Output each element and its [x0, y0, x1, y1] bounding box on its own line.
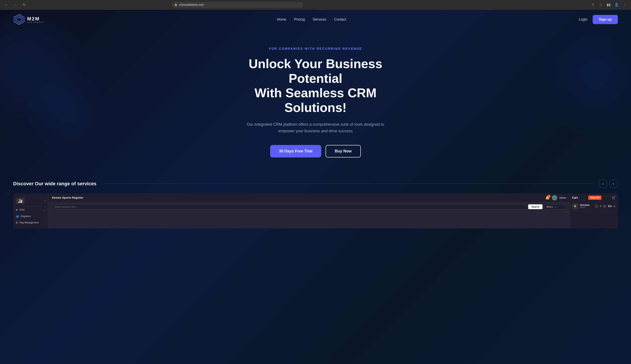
- logo-text-block: M2M SOFTWARES: [27, 16, 44, 23]
- services-prev-button[interactable]: ‹: [598, 179, 607, 188]
- logo-sub: SOFTWARES: [27, 21, 44, 23]
- app-preview: 🏂 ‹ ⊞ POS ⌄ 👥 Registers: [13, 194, 618, 228]
- cart-icon: 🛒: [612, 196, 616, 199]
- browser-chrome: ← → ↻ 🔒 m2msoftwares.com ⇧ ☆ ▮▮ 👤 ⋮: [0, 0, 631, 10]
- cart-clear-button[interactable]: Clear All: [588, 196, 601, 200]
- cart-item-sub: Beers: [580, 206, 593, 208]
- sidebar-collapse-icon[interactable]: ‹: [45, 199, 45, 202]
- hero-section: FOR COMPANIES WITH RECURRING REVENUE Unl…: [217, 29, 414, 170]
- logo-brand: M2M: [27, 16, 44, 22]
- page: M2M SOFTWARES Home Pricing Services Cont…: [0, 10, 631, 364]
- cart-title: Cart: [572, 196, 578, 199]
- pos-label: POS: [20, 208, 25, 211]
- nav-right: Login Sign up: [579, 15, 618, 24]
- notification-badge: 1: [547, 195, 550, 198]
- app-topbar-right: 🔔 1 👤 Admin: [545, 195, 566, 200]
- cart-item-image: 🍺: [572, 203, 578, 210]
- services-divider: [101, 184, 594, 184]
- dropdown-chevron-icon: ⌄: [555, 206, 557, 208]
- login-link[interactable]: Login: [579, 18, 587, 22]
- services-next-button[interactable]: ›: [609, 179, 618, 188]
- signup-button[interactable]: Sign up: [593, 15, 618, 24]
- cart-item-price: $14: [608, 205, 612, 208]
- buy-now-button[interactable]: Buy Now: [326, 145, 361, 158]
- app-logo-img: 🏂: [16, 198, 25, 204]
- lock-icon: 🔒: [174, 3, 178, 6]
- hero-title-line2: With Seamless CRM Solutions!: [254, 86, 376, 114]
- trial-button[interactable]: 30 Days Free Trial: [270, 145, 321, 158]
- quantity-decrease-button[interactable]: −: [595, 204, 598, 208]
- decorative-blob-1: [0, 22, 66, 110]
- share-button[interactable]: ⇧: [590, 2, 596, 8]
- category-dropdown[interactable]: Beers ⌄: [544, 204, 566, 210]
- services-title: Discover Our wide range of services: [13, 181, 96, 186]
- nav-services[interactable]: Services: [313, 18, 326, 21]
- profile-button[interactable]: 👤: [613, 2, 619, 8]
- reg-management-icon: ⊞: [16, 221, 18, 224]
- cart-item-name: Heineken: [580, 204, 593, 206]
- services-navigation: ‹ ›: [598, 179, 618, 188]
- bookmark-button[interactable]: ☆: [598, 2, 604, 8]
- url-text: m2msoftwares.com: [179, 3, 204, 6]
- quantity-value: 2: [599, 205, 602, 208]
- sidebar-item-reg-management[interactable]: ⊞ Reg Management: [13, 220, 48, 226]
- hero-title: Unlock Your Business Potential With Seam…: [226, 56, 405, 115]
- cart-header: Cart Clear All 🛒: [572, 196, 616, 200]
- back-button[interactable]: ←: [4, 2, 10, 8]
- extensions-button[interactable]: ▮▮: [605, 2, 612, 8]
- cart-item-quantity: − 2 +: [595, 204, 606, 208]
- app-search-bar: Search Beers ⌄: [48, 202, 570, 212]
- app-logo-area: 🏂 ‹: [13, 196, 48, 207]
- services-section: Discover Our wide range of services ‹ › …: [0, 170, 631, 228]
- decorative-blob-3: [44, 88, 88, 132]
- menu-button[interactable]: ⋮: [621, 2, 627, 8]
- nav-links: Home Pricing Services Contact: [277, 18, 346, 22]
- pos-arrow: ⌄: [43, 208, 45, 211]
- services-header: Discover Our wide range of services ‹ ›: [13, 179, 618, 188]
- logo-icon: [13, 14, 25, 26]
- app-sidebar: 🏂 ‹ ⊞ POS ⌄ 👥 Registers: [13, 194, 48, 228]
- hero-buttons: 30 Days Free Trial Buy Now: [226, 145, 405, 158]
- cart-item-info: Heineken Beers: [580, 204, 593, 208]
- notification-bell[interactable]: 🔔 1: [545, 196, 550, 200]
- nav-home[interactable]: Home: [277, 18, 286, 21]
- hero-title-line1: Unlock Your Business Potential: [249, 56, 382, 86]
- navbar: M2M SOFTWARES Home Pricing Services Cont…: [0, 10, 631, 29]
- sidebar-item-pos[interactable]: ⊞ POS ⌄: [13, 207, 48, 213]
- sidebar-item-registers[interactable]: 👥 Registers: [13, 213, 48, 220]
- quantity-increase-button[interactable]: +: [603, 204, 606, 208]
- app-topbar: Xtreme Sports Register 🔔 1 👤 Admin: [48, 194, 570, 202]
- cart-item: 🍺 Heineken Beers − 2 + $14 🗑: [572, 202, 616, 211]
- cart-item-delete-icon[interactable]: 🗑: [613, 205, 616, 208]
- refresh-button[interactable]: ↻: [21, 2, 27, 8]
- logo[interactable]: M2M SOFTWARES: [13, 14, 44, 26]
- pos-icon: ⊞: [16, 208, 18, 211]
- registers-label: Registers: [21, 215, 31, 218]
- browser-actions: ⇧ ☆ ▮▮ 👤 ⋮: [590, 2, 627, 8]
- decorative-blob-2: [565, 44, 631, 110]
- nav-pricing[interactable]: Pricing: [294, 18, 305, 21]
- admin-avatar: 👤: [552, 195, 557, 200]
- app-main: Xtreme Sports Register 🔔 1 👤 Admin Searc…: [48, 194, 570, 228]
- product-search-button[interactable]: Search: [528, 204, 542, 209]
- dropdown-value: Beers: [547, 206, 553, 208]
- hero-subtitle: Our integrated CRM platform offers a com…: [245, 121, 386, 134]
- admin-name: Admin: [559, 196, 566, 199]
- reg-management-label: Reg Management: [20, 221, 39, 224]
- nav-contact[interactable]: Contact: [334, 18, 346, 21]
- forward-button[interactable]: →: [12, 2, 19, 8]
- app-cart: Cart Clear All 🛒 🍺 Heineken Beers − 2 +: [570, 194, 618, 228]
- app-title: Xtreme Sports Register: [52, 196, 84, 199]
- hero-tagline: FOR COMPANIES WITH RECURRING REVENUE: [226, 47, 405, 50]
- product-search-input[interactable]: [52, 204, 526, 210]
- address-bar[interactable]: 🔒 m2msoftwares.com: [172, 2, 303, 8]
- registers-icon: 👥: [16, 215, 19, 218]
